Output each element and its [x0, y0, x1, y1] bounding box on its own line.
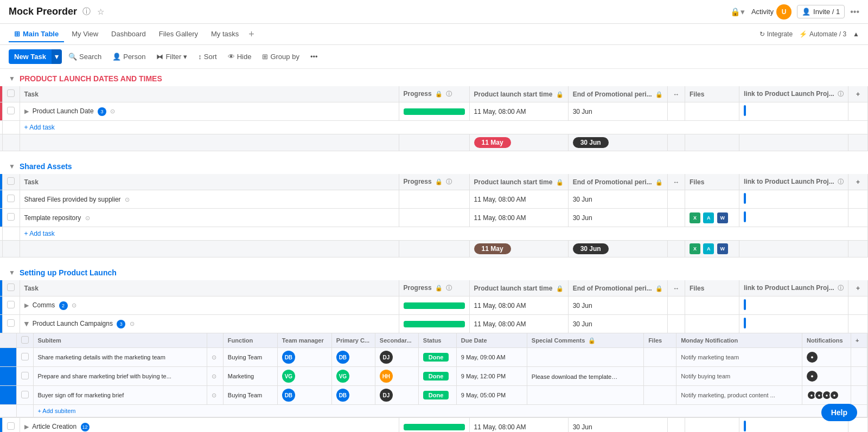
- sa-add-task-row[interactable]: + Add task: [0, 227, 868, 241]
- tab-my-view[interactable]: My View: [66, 27, 104, 42]
- new-task-dropdown-arrow[interactable]: ▾: [52, 49, 62, 64]
- tab-files-gallery[interactable]: Files Gallery: [154, 27, 203, 42]
- sub3-options[interactable]: ⊙: [207, 386, 223, 405]
- su-campaigns-cb[interactable]: [7, 319, 15, 327]
- add-subitem-row[interactable]: + Add subitem: [0, 405, 867, 417]
- lock-icon[interactable]: 🔒▾: [729, 6, 746, 18]
- sa-row2-checkbox: [2, 209, 20, 227]
- sub1-cb[interactable]: [21, 353, 29, 360]
- su-header-row: Task Progress 🔒 Product launch start tim…: [0, 280, 868, 296]
- comms-expand-icon[interactable]: ▶: [24, 302, 29, 308]
- su-th-checkbox: [2, 280, 20, 296]
- sa-row2-task: Template repository ⊙: [20, 209, 399, 227]
- su-campaigns-arr: [667, 315, 685, 333]
- sa-row1-link: [739, 190, 848, 209]
- tab-dashboard[interactable]: Dashboard: [106, 27, 151, 42]
- sub2-notify-text: Notify buying team: [681, 373, 730, 379]
- task-badge: 3: [98, 107, 106, 116]
- section-shared-collapse-icon[interactable]: ▼: [9, 163, 15, 170]
- activity-button[interactable]: Activity U: [751, 4, 792, 20]
- add-task-label[interactable]: + Add task: [20, 121, 868, 134]
- sort-button[interactable]: ↕ Sort: [194, 50, 221, 63]
- task-options-icon[interactable]: ⊙: [110, 108, 115, 114]
- row-checkbox[interactable]: [7, 107, 15, 114]
- th-end-time: End of Promotional peri... 🔒: [568, 86, 667, 102]
- sub1-tm-avatar: DB: [282, 351, 295, 364]
- sa-summary-end-pill: 30 Jun: [573, 243, 609, 254]
- su-info-progress: [446, 285, 452, 291]
- sub1-opt-icon[interactable]: ⊙: [212, 354, 216, 360]
- add-task-row[interactable]: + Add task: [0, 121, 868, 134]
- su-th-link: link to Product Launch Proj...: [739, 280, 848, 296]
- article-expand-icon[interactable]: ▶: [24, 423, 29, 430]
- th-progress: Progress 🔒: [399, 86, 469, 102]
- sub-header-cb[interactable]: [21, 336, 29, 344]
- sa-row2-cb[interactable]: [7, 213, 15, 221]
- info-icon[interactable]: ⓘ: [81, 5, 92, 18]
- link-bar: [744, 105, 746, 116]
- tab-main-table[interactable]: ⊞ Main Table: [9, 27, 64, 42]
- add-tab-button[interactable]: +: [246, 29, 257, 40]
- sub2-cb[interactable]: [21, 372, 29, 379]
- summary-start: 11 May: [469, 134, 568, 151]
- comms-progress-bar: [404, 302, 465, 309]
- section-collapse-icon[interactable]: ▼: [9, 75, 15, 82]
- star-icon[interactable]: ☆: [96, 6, 105, 18]
- comms-options[interactable]: ⊙: [72, 302, 76, 308]
- sa-header-row: Task Progress 🔒 Product launch start tim…: [0, 174, 868, 190]
- su-article-end: 30 Jun: [568, 418, 667, 433]
- campaigns-progress-bar: [404, 321, 465, 327]
- campaigns-options[interactable]: ⊙: [130, 320, 135, 327]
- integrate-button[interactable]: ↻ Integrate: [760, 30, 793, 38]
- campaigns-expand-icon[interactable]: ▶: [23, 321, 30, 326]
- sub3-notifications: ● ● ● ●: [802, 386, 851, 405]
- su-article-cb[interactable]: [7, 422, 15, 430]
- file-icon-teal: A: [703, 212, 714, 223]
- hide-button[interactable]: 👁 Hide: [224, 50, 256, 63]
- group-by-button[interactable]: ⊞ Group by: [258, 50, 303, 63]
- th-plus[interactable]: +: [848, 86, 868, 102]
- row-progress-cell: [399, 102, 469, 121]
- filter-button[interactable]: ⧓ Filter ▾: [152, 50, 192, 63]
- help-button[interactable]: Help: [821, 404, 857, 421]
- add-sub-indicator: [0, 405, 16, 417]
- sa-th-task: Task: [20, 174, 399, 190]
- su-th-arrow: ↔: [667, 280, 685, 296]
- integrate-automate-area: ↻ Integrate ⚡ Automate / 3 ▲: [751, 30, 868, 38]
- more-options-button[interactable]: •••: [850, 7, 859, 17]
- sa-row1-options[interactable]: ⊙: [125, 196, 130, 203]
- sa-row1-cb[interactable]: [7, 195, 15, 202]
- su-th-plus[interactable]: +: [848, 280, 868, 296]
- sub2-opt-icon[interactable]: ⊙: [212, 373, 216, 379]
- invite-button[interactable]: 👤 Invite / 1: [797, 5, 845, 18]
- sub2-secondary: HH: [375, 367, 418, 386]
- sub1-options[interactable]: ⊙: [207, 348, 223, 367]
- header-checkbox[interactable]: [7, 89, 15, 97]
- table-header-row: Task Progress 🔒 Product launch start tim…: [0, 86, 868, 102]
- sa-header-checkbox[interactable]: [7, 177, 15, 185]
- automate-button[interactable]: ⚡ Automate / 3: [799, 30, 846, 38]
- more-toolbar-button[interactable]: •••: [306, 50, 322, 63]
- sub-th-plus[interactable]: +: [851, 333, 867, 348]
- su-header-checkbox[interactable]: [7, 283, 15, 291]
- sa-row1-plus: [848, 190, 868, 209]
- sub2-options[interactable]: ⊙: [207, 367, 223, 386]
- su-comms-cb[interactable]: [7, 301, 15, 308]
- sa-summary-progress: [399, 241, 469, 257]
- person-filter-icon: 👤: [112, 53, 121, 61]
- sub2-status-badge: Done: [423, 372, 449, 381]
- tab-my-tasks[interactable]: My tasks: [206, 27, 244, 42]
- sub3-cb[interactable]: [21, 391, 29, 398]
- sa-add-task-label[interactable]: + Add task: [20, 227, 868, 241]
- add-subitem-label[interactable]: + Add subitem: [33, 405, 867, 417]
- row-expand-icon[interactable]: ▶: [24, 108, 29, 114]
- new-task-button[interactable]: New Task: [9, 49, 52, 64]
- sub3-opt-icon[interactable]: ⊙: [212, 392, 216, 398]
- person-button[interactable]: 👤 Person: [108, 50, 150, 63]
- sa-row2-options[interactable]: ⊙: [85, 215, 90, 221]
- search-button[interactable]: 🔍 Search: [64, 50, 106, 63]
- sa-th-plus[interactable]: +: [848, 174, 868, 190]
- collapse-button[interactable]: ▲: [853, 30, 859, 38]
- section-setup-collapse-icon[interactable]: ▼: [9, 269, 15, 276]
- sa-th-arrow: ↔: [667, 174, 685, 190]
